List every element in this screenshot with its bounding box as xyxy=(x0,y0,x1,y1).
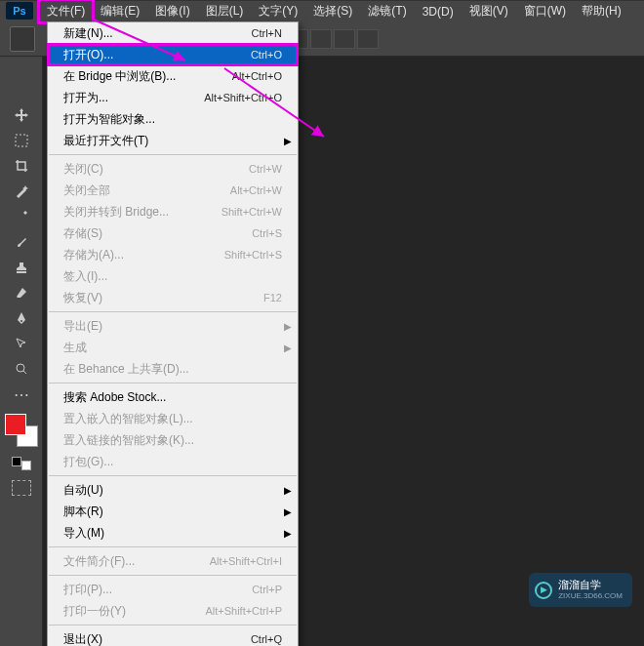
menu-item-label: 打开(O)... xyxy=(63,47,251,63)
menu-item-shortcut: Ctrl+W xyxy=(249,163,282,175)
menu-item-label: 置入嵌入的智能对象(L)... xyxy=(63,411,282,427)
menu-item-shortcut: Shift+Ctrl+W xyxy=(221,206,282,218)
menu-3d[interactable]: 3D(D) xyxy=(415,2,462,21)
app-logo: Ps xyxy=(6,2,33,20)
move-tool-icon[interactable] xyxy=(8,103,35,127)
chevron-right-icon: ▶ xyxy=(284,485,292,496)
menu-item: 关闭并转到 Bridge...Shift+Ctrl+W xyxy=(48,201,298,222)
menu-item-shortcut: Ctrl+N xyxy=(252,27,282,39)
menu-item: 导出(E)▶ xyxy=(48,315,298,337)
align-btn[interactable] xyxy=(334,29,355,49)
menu-item-label: 打印(P)... xyxy=(63,582,252,598)
menu-item[interactable]: 导入(M)▶ xyxy=(48,522,298,544)
menu-layer[interactable]: 图层(L) xyxy=(198,0,252,22)
menu-item-label: 打印一份(Y) xyxy=(63,603,205,620)
menu-item-shortcut: Shift+Ctrl+S xyxy=(224,249,282,261)
align-btn[interactable] xyxy=(310,29,332,49)
marquee-tool-icon[interactable] xyxy=(8,129,35,152)
menu-item-label: 关闭并转到 Bridge... xyxy=(63,204,221,221)
foreground-color-swatch[interactable] xyxy=(5,414,26,435)
menu-item: 恢复(V)F12 xyxy=(48,287,298,308)
menu-file[interactable]: 文件(F) xyxy=(39,0,93,22)
menu-help[interactable]: 帮助(H) xyxy=(574,0,629,22)
svg-rect-0 xyxy=(16,135,27,146)
chevron-right-icon: ▶ xyxy=(284,136,292,146)
menu-filter[interactable]: 滤镜(T) xyxy=(360,0,414,22)
menu-item-label: 在 Behance 上共享(D)... xyxy=(63,361,282,378)
menu-item-label: 脚本(R) xyxy=(63,504,282,520)
menu-item[interactable]: 自动(U)▶ xyxy=(48,479,298,501)
menu-window[interactable]: 窗口(W) xyxy=(516,0,574,22)
menu-type[interactable]: 文字(Y) xyxy=(251,0,305,22)
eraser-tool-icon[interactable] xyxy=(8,281,35,304)
more-tools-icon[interactable]: ⋯ xyxy=(8,383,35,406)
wand-tool-icon[interactable] xyxy=(8,180,35,203)
color-swatches[interactable] xyxy=(5,414,38,447)
menu-item-label: 新建(N)... xyxy=(63,25,252,42)
menu-item-label: 自动(U) xyxy=(63,482,282,499)
menu-item-shortcut: Ctrl+O xyxy=(251,49,282,61)
menu-edit[interactable]: 编辑(E) xyxy=(93,0,147,22)
chevron-right-icon: ▶ xyxy=(284,343,292,353)
quickmask-icon[interactable] xyxy=(12,480,31,496)
menu-item[interactable]: 打开为...Alt+Shift+Ctrl+O xyxy=(48,87,298,108)
menu-item-label: 导出(E) xyxy=(63,318,282,335)
default-colors-icon[interactable] xyxy=(12,457,31,470)
eyedropper-tool-icon[interactable] xyxy=(8,205,35,228)
menu-item-shortcut: Alt+Shift+Ctrl+I xyxy=(210,555,282,567)
watermark-title: 溜溜自学 xyxy=(558,579,623,591)
menu-item-label: 打开为... xyxy=(63,90,204,106)
menu-item-label: 关闭全部 xyxy=(63,182,230,199)
menu-separator xyxy=(49,575,297,576)
menu-item: 关闭全部Alt+Ctrl+W xyxy=(48,180,298,201)
menu-item[interactable]: 退出(X)Ctrl+Q xyxy=(48,628,298,646)
menu-select[interactable]: 选择(S) xyxy=(305,0,360,22)
menu-item-label: 置入链接的智能对象(K)... xyxy=(63,432,282,449)
menu-item-shortcut: Ctrl+P xyxy=(252,584,282,595)
menu-item: 关闭(C)Ctrl+W xyxy=(48,158,298,180)
stamp-tool-icon[interactable] xyxy=(8,256,35,279)
watermark-badge: ▶ 溜溜自学 ZIXUE.3D66.COM xyxy=(529,573,632,607)
menu-item-shortcut: F12 xyxy=(263,292,282,303)
tool-preset-icon[interactable] xyxy=(10,26,35,52)
menu-item-label: 存储(S) xyxy=(63,225,252,242)
menu-item: 打印(P)...Ctrl+P xyxy=(48,579,298,600)
menu-item-label: 文件简介(F)... xyxy=(63,553,210,570)
brush-tool-icon[interactable] xyxy=(8,230,35,254)
menu-image[interactable]: 图像(I) xyxy=(147,0,197,22)
menu-item: 在 Behance 上共享(D)... xyxy=(48,358,298,380)
menu-item[interactable]: 打开(O)...Ctrl+O xyxy=(48,44,298,65)
menu-item-label: 打开为智能对象... xyxy=(63,111,282,128)
menu-item: 打包(G)... xyxy=(48,451,298,472)
menu-separator xyxy=(49,383,297,384)
crop-tool-icon[interactable] xyxy=(8,154,35,178)
menu-view[interactable]: 视图(V) xyxy=(462,0,516,22)
align-btn[interactable] xyxy=(357,29,379,49)
menu-item-label: 恢复(V) xyxy=(63,290,263,306)
menu-item[interactable]: 新建(N)...Ctrl+N xyxy=(48,22,298,44)
menu-bar: 文件(F) 编辑(E) 图像(I) 图层(L) 文字(Y) 选择(S) 滤镜(T… xyxy=(0,0,644,21)
menu-item-shortcut: Alt+Shift+Ctrl+O xyxy=(204,92,282,103)
menu-item-label: 导入(M) xyxy=(63,525,282,542)
watermark-sub: ZIXUE.3D66.COM xyxy=(558,591,623,601)
tool-panel: ⋯ xyxy=(0,57,43,646)
menu-item[interactable]: 打开为智能对象... xyxy=(48,108,298,130)
pen-tool-icon[interactable] xyxy=(8,306,35,330)
menu-item-label: 在 Bridge 中浏览(B)... xyxy=(63,68,232,85)
path-tool-icon[interactable] xyxy=(8,332,35,355)
menu-item-label: 生成 xyxy=(63,340,282,356)
menu-item: 打印一份(Y)Alt+Shift+Ctrl+P xyxy=(48,600,298,622)
menu-item[interactable]: 最近打开文件(T)▶ xyxy=(48,130,298,151)
menu-item[interactable]: 在 Bridge 中浏览(B)...Alt+Ctrl+O xyxy=(48,65,298,87)
menu-item: 存储(S)Ctrl+S xyxy=(48,222,298,244)
menu-item: 存储为(A)...Shift+Ctrl+S xyxy=(48,244,298,265)
menu-item: 签入(I)... xyxy=(48,265,298,287)
menu-item-label: 搜索 Adobe Stock... xyxy=(63,389,282,406)
menu-item-shortcut: Alt+Shift+Ctrl+P xyxy=(205,605,282,617)
menu-item-label: 存储为(A)... xyxy=(63,247,224,263)
menu-item-shortcut: Ctrl+Q xyxy=(251,633,282,645)
menu-item: 置入链接的智能对象(K)... xyxy=(48,429,298,451)
dodge-tool-icon[interactable] xyxy=(8,357,35,381)
menu-item[interactable]: 搜索 Adobe Stock... xyxy=(48,386,298,408)
menu-item[interactable]: 脚本(R)▶ xyxy=(48,501,298,522)
